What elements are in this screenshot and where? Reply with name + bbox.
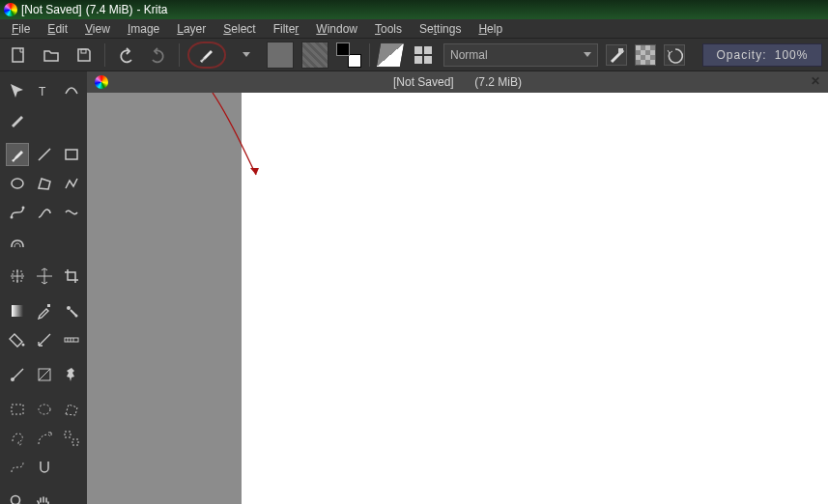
polyline-tool[interactable] — [60, 172, 83, 195]
crop-tool[interactable] — [60, 265, 83, 288]
multibrush-tool[interactable] — [6, 230, 29, 253]
menu-settings[interactable]: Settings — [412, 20, 469, 38]
menu-window[interactable]: Window — [308, 20, 365, 38]
undo-button[interactable] — [113, 42, 138, 68]
blend-mode-combo[interactable]: Normal — [443, 43, 598, 67]
measure-tool[interactable] — [60, 328, 83, 351]
menu-image[interactable]: Image — [120, 20, 167, 38]
redo-button[interactable] — [146, 42, 171, 68]
brush-preset-button[interactable] — [187, 42, 226, 69]
opacity-slider[interactable]: Opacity: 100% — [702, 43, 822, 67]
separator — [104, 43, 105, 67]
pattern-preview[interactable] — [301, 42, 328, 69]
document-tab[interactable]: [Not Saved] (7.2 MiB) — [393, 75, 522, 89]
separator — [369, 43, 370, 67]
rect-select-tool[interactable] — [6, 398, 29, 421]
open-file-button[interactable] — [39, 42, 64, 68]
document-area: [Not Saved] (7.2 MiB) ✕ — [87, 71, 828, 504]
freehand-path-tool[interactable] — [33, 201, 56, 224]
document-tabbar: [Not Saved] (7.2 MiB) ✕ — [87, 71, 828, 93]
menu-bar: File Edit View Image Layer Select Filter… — [0, 19, 828, 39]
title-app: - Krita — [136, 3, 167, 16]
edit-shapes-tool[interactable] — [60, 79, 83, 102]
opacity-value: 100% — [775, 48, 809, 62]
svg-rect-29 — [72, 439, 78, 445]
magnet-select-tool[interactable] — [33, 456, 56, 479]
reference-image-tool[interactable] — [6, 363, 29, 386]
menu-select[interactable]: Select — [215, 20, 263, 38]
reload-preset-button[interactable] — [664, 44, 685, 66]
brush-icon — [197, 45, 216, 65]
move-tool[interactable] — [6, 265, 29, 288]
alpha-lock-button[interactable] — [606, 44, 627, 66]
fill-tool[interactable] — [6, 328, 29, 351]
gradient-tool[interactable] — [6, 299, 29, 322]
close-tab-button[interactable]: ✕ — [809, 74, 822, 88]
menu-file-label: ile — [18, 22, 30, 36]
pattern-edit-tool[interactable] — [33, 363, 56, 386]
polygon-select-tool[interactable] — [60, 398, 83, 421]
toolbox: T — [0, 71, 87, 504]
calligraphy-tool[interactable] — [6, 108, 29, 131]
eraser-mode-button[interactable] — [376, 42, 406, 68]
new-file-button[interactable] — [6, 42, 31, 68]
svg-line-4 — [39, 149, 50, 160]
brush-tip-preview[interactable] — [267, 42, 294, 69]
fg-color[interactable] — [336, 42, 350, 56]
freehand-brush-tool[interactable] — [6, 143, 29, 166]
menu-layer[interactable]: Layer — [169, 20, 214, 38]
ellipse-select-tool[interactable] — [33, 398, 56, 421]
krita-icon — [95, 75, 108, 89]
svg-line-25 — [39, 369, 50, 380]
preserve-alpha-button[interactable] — [635, 44, 656, 66]
opacity-label: Opacity: — [717, 48, 767, 62]
canvas-viewport[interactable] — [87, 93, 828, 504]
zoom-tool[interactable] — [6, 490, 29, 504]
save-file-button[interactable] — [71, 42, 97, 68]
svg-rect-2 — [618, 48, 623, 53]
canvas[interactable] — [242, 93, 828, 504]
polygon-tool[interactable] — [33, 172, 56, 195]
krita-icon — [4, 3, 17, 16]
svg-point-18 — [22, 344, 25, 347]
svg-rect-15 — [47, 304, 50, 307]
smart-patch-tool[interactable] — [60, 299, 83, 322]
svg-rect-26 — [12, 405, 23, 414]
svg-rect-5 — [66, 150, 77, 159]
pan-tool[interactable] — [33, 490, 56, 504]
menu-filter[interactable]: Filter — [266, 20, 307, 38]
svg-point-8 — [22, 207, 25, 210]
transform2-tool[interactable] — [33, 265, 56, 288]
mirror-grid-button[interactable] — [411, 42, 436, 68]
tab-size: (7.2 MiB) — [474, 75, 522, 89]
svg-point-23 — [11, 378, 14, 381]
menu-tools[interactable]: Tools — [367, 20, 410, 38]
svg-rect-28 — [65, 432, 71, 437]
contiguous-select-tool[interactable] — [33, 427, 56, 450]
ellipse-tool[interactable] — [6, 172, 29, 195]
dynamic-brush-tool[interactable] — [60, 201, 83, 224]
svg-point-27 — [39, 405, 50, 414]
svg-rect-14 — [12, 305, 23, 317]
menu-file[interactable]: File — [4, 20, 38, 38]
text-tool[interactable]: T — [33, 79, 56, 102]
color-picker-tool[interactable] — [33, 299, 56, 322]
similar-select-tool[interactable] — [60, 427, 83, 450]
svg-point-16 — [67, 306, 71, 310]
menu-edit[interactable]: Edit — [40, 20, 75, 38]
bezier-tool[interactable] — [6, 201, 29, 224]
freehand-select-tool[interactable] — [6, 427, 29, 450]
menu-view[interactable]: View — [77, 20, 118, 38]
fg-bg-color-swatch[interactable] — [336, 42, 361, 68]
assistant-tool[interactable] — [33, 328, 56, 351]
rectangle-tool[interactable] — [60, 143, 83, 166]
transform-tool[interactable] — [6, 79, 29, 102]
chevron-down-icon — [584, 52, 591, 57]
line-tool[interactable] — [33, 143, 56, 166]
bg-color[interactable] — [348, 54, 361, 68]
pin-tool[interactable] — [60, 363, 83, 386]
menu-help[interactable]: Help — [471, 20, 510, 38]
bezier-select-tool[interactable] — [6, 456, 29, 479]
brush-dropdown-button[interactable] — [234, 42, 259, 68]
separator — [179, 43, 180, 67]
